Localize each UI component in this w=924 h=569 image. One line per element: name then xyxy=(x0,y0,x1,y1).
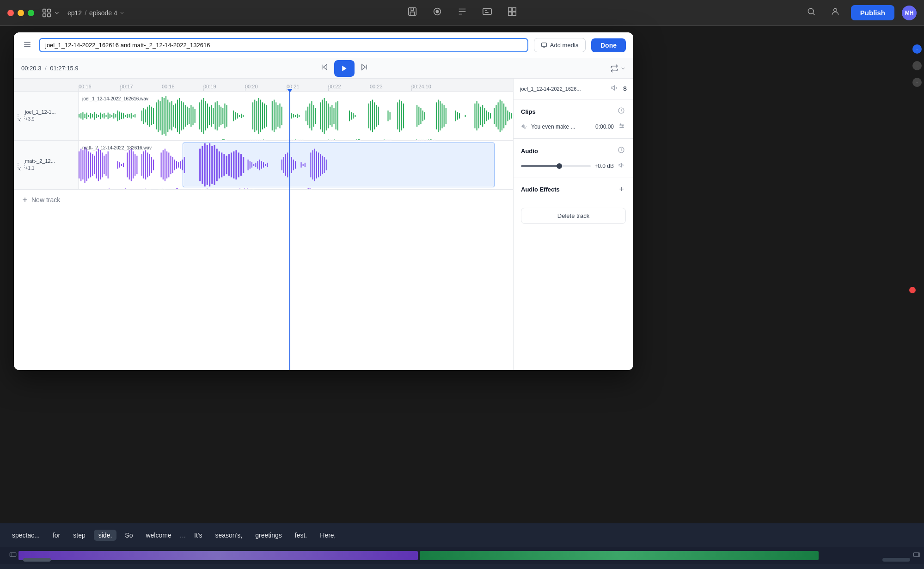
transcript-word-7: It's xyxy=(190,530,207,541)
audio-effects-section: Audio Effects + xyxy=(514,178,633,201)
audio-time-icon[interactable] xyxy=(617,145,626,156)
word-oh: Oh... xyxy=(307,187,316,189)
track-content-2[interactable]: matt-_2_12-14-2022_132616.wav xyxy=(79,141,513,189)
clip-wave-icon xyxy=(521,123,527,131)
breadcrumb-separator: / xyxy=(85,9,86,17)
svg-rect-276 xyxy=(316,151,317,178)
text-icon[interactable] xyxy=(455,5,469,21)
clip-adjust-icon[interactable] xyxy=(618,122,626,132)
svg-rect-245 xyxy=(231,153,232,178)
add-media-button[interactable]: Add media xyxy=(534,38,586,52)
avatar[interactable]: MH xyxy=(902,6,917,20)
right-indicator-3[interactable]: · xyxy=(912,78,922,87)
clip-row: You even make ... 0:00.00 xyxy=(521,122,626,132)
svg-rect-182 xyxy=(507,111,508,121)
svg-rect-93 xyxy=(226,105,227,127)
word-here-at-the: here at the xyxy=(416,138,436,140)
volume-slider[interactable] xyxy=(521,165,591,167)
volume-speaker-icon[interactable] xyxy=(618,161,626,171)
svg-rect-55 xyxy=(149,105,150,127)
svg-rect-232 xyxy=(199,149,201,181)
publish-button[interactable]: Publish xyxy=(851,5,894,20)
svg-rect-200 xyxy=(105,154,106,176)
svg-rect-263 xyxy=(283,157,284,173)
new-track-row[interactable]: New track xyxy=(14,190,513,210)
trim-right-icon[interactable] xyxy=(913,551,920,560)
svg-rect-124 xyxy=(315,108,316,124)
save-icon[interactable] xyxy=(405,5,419,21)
svg-rect-35 xyxy=(105,115,106,117)
volume-slider-thumb[interactable] xyxy=(557,163,562,169)
scroll-handle-left[interactable] xyxy=(23,558,51,562)
svg-rect-68 xyxy=(175,104,176,129)
svg-rect-39 xyxy=(113,113,114,119)
play-button[interactable] xyxy=(334,60,355,77)
track-row-1: ⋮⋮ joel_1_12-1... +3.9 joel_1_12-14-2022… xyxy=(14,92,513,141)
right-indicator-2[interactable]: · xyxy=(912,61,922,70)
svg-rect-244 xyxy=(228,154,230,176)
svg-rect-164 xyxy=(459,113,460,119)
skip-back-button[interactable] xyxy=(318,61,330,75)
clips-time-icon[interactable] xyxy=(617,106,626,117)
search-icon[interactable] xyxy=(803,5,820,20)
svg-rect-72 xyxy=(183,102,184,129)
svg-rect-253 xyxy=(251,162,252,168)
skip-forward-button[interactable] xyxy=(358,61,370,75)
svg-rect-171 xyxy=(484,108,485,124)
svg-rect-175 xyxy=(494,108,495,124)
svg-rect-105 xyxy=(262,102,263,129)
svg-rect-199 xyxy=(104,156,104,174)
svg-rect-132 xyxy=(333,108,334,124)
transcript-words: spectac... for step side. So welcome ...… xyxy=(0,523,924,547)
svg-rect-217 xyxy=(151,157,152,173)
scroll-handle-right[interactable] xyxy=(882,558,910,562)
add-effect-button[interactable]: + xyxy=(617,185,626,194)
episode-dropdown[interactable]: episode 4 xyxy=(89,9,125,17)
titlebar-right: Publish MH xyxy=(803,5,917,20)
audio-section: Audio +0.0 dB xyxy=(514,139,633,178)
svg-rect-205 xyxy=(123,163,124,167)
word-step: step xyxy=(143,187,151,189)
caption-icon[interactable] xyxy=(480,5,494,21)
svg-rect-41 xyxy=(117,111,118,121)
track-content-1[interactable]: joel_1_12-14-2022_162616.wav xyxy=(79,92,513,140)
right-indicator-1[interactable]: · xyxy=(912,44,922,54)
close-button[interactable] xyxy=(7,10,14,16)
svg-rect-11 xyxy=(512,12,515,15)
svg-rect-22 xyxy=(80,113,81,119)
volume-slider-fill xyxy=(521,165,559,167)
svg-rect-224 xyxy=(170,156,171,174)
svg-rect-34 xyxy=(104,113,104,119)
drag-handle-2[interactable]: ⋮⋮ xyxy=(15,161,28,169)
maximize-button[interactable] xyxy=(28,10,34,16)
total-time: 01:27:15.9 xyxy=(50,65,78,72)
svg-rect-248 xyxy=(238,153,239,178)
editor-header: Add media Done xyxy=(14,32,633,58)
volume-icon-btn[interactable] xyxy=(610,83,619,94)
svg-rect-107 xyxy=(266,105,267,127)
track-name-1: joel_1_12-1... xyxy=(25,109,73,115)
svg-rect-91 xyxy=(222,108,223,124)
svg-rect-112 xyxy=(279,104,280,129)
search-input[interactable] xyxy=(39,38,528,52)
drag-handle-1[interactable]: ⋮⋮ xyxy=(15,112,28,120)
svg-rect-190 xyxy=(86,149,87,181)
record-icon[interactable] xyxy=(430,5,444,21)
minimize-button[interactable] xyxy=(18,10,24,16)
user-icon[interactable] xyxy=(827,5,844,20)
word-holidays: holidays xyxy=(239,187,255,189)
svg-rect-45 xyxy=(125,115,126,117)
clip-name: You even make ... xyxy=(531,124,592,130)
svg-rect-90 xyxy=(220,107,221,125)
layout-icon[interactable] xyxy=(505,5,519,21)
trim-left-icon[interactable] xyxy=(9,551,17,560)
done-button[interactable]: Done xyxy=(591,38,626,52)
svg-rect-52 xyxy=(143,108,144,124)
svg-rect-8 xyxy=(508,8,511,11)
tracks-menu-icon[interactable] xyxy=(21,38,33,52)
svg-rect-183 xyxy=(509,112,510,119)
svg-rect-65 xyxy=(169,102,170,129)
delete-track-button[interactable]: Delete track xyxy=(521,208,626,224)
svg-rect-79 xyxy=(199,102,200,129)
loop-button[interactable] xyxy=(610,64,626,73)
